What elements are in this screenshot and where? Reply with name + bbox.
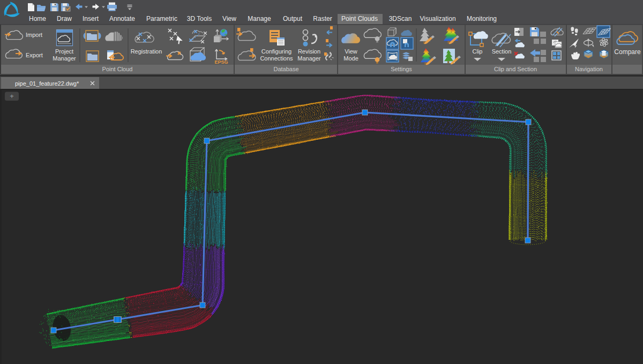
svg-text:Settings: Settings: [391, 66, 412, 72]
svg-text:Database: Database: [273, 66, 298, 72]
svg-text:Clip: Clip: [473, 48, 483, 55]
svg-text:Connections: Connections: [260, 55, 293, 62]
svg-text:Point Cloud: Point Cloud: [102, 66, 133, 72]
svg-text:View: View: [345, 48, 357, 55]
svg-text:3DScan: 3DScan: [389, 15, 412, 22]
svg-text:Clip and Section: Clip and Section: [494, 66, 537, 72]
svg-text:Point Clouds: Point Clouds: [341, 15, 378, 22]
svg-text:Monitoring: Monitoring: [467, 15, 497, 22]
svg-text:Export: Export: [26, 52, 43, 58]
svg-text:Home: Home: [29, 15, 46, 22]
svg-text:Section: Section: [492, 48, 512, 55]
svg-text:EPSG: EPSG: [214, 59, 228, 65]
svg-text:Manager: Manager: [53, 55, 76, 62]
svg-text:Mode: Mode: [343, 55, 358, 62]
svg-text:Compare: Compare: [614, 48, 641, 56]
svg-text:pipe_01_feature22.dwg*: pipe_01_feature22.dwg*: [15, 80, 79, 87]
svg-text:Raster: Raster: [313, 15, 332, 22]
svg-text:Configuring: Configuring: [261, 48, 291, 55]
svg-text:Visualization: Visualization: [420, 15, 455, 22]
svg-text:Manage: Manage: [248, 15, 271, 22]
svg-text:Manager: Manager: [297, 55, 321, 62]
svg-text:View: View: [222, 15, 236, 22]
svg-text:Parametric: Parametric: [146, 15, 177, 22]
svg-text:Revision: Revision: [298, 48, 320, 55]
svg-text:Registration: Registration: [131, 48, 162, 55]
svg-text:Insert: Insert: [83, 15, 99, 22]
svg-text:Import: Import: [26, 32, 42, 38]
svg-text:Annotate: Annotate: [109, 15, 135, 22]
svg-text:Output: Output: [283, 15, 303, 22]
svg-text:3D Tools: 3D Tools: [187, 15, 212, 22]
svg-text:+: +: [10, 92, 14, 100]
svg-text:Draw: Draw: [57, 15, 72, 22]
svg-text:Project: Project: [55, 48, 73, 55]
svg-text:Navigation: Navigation: [575, 66, 603, 72]
